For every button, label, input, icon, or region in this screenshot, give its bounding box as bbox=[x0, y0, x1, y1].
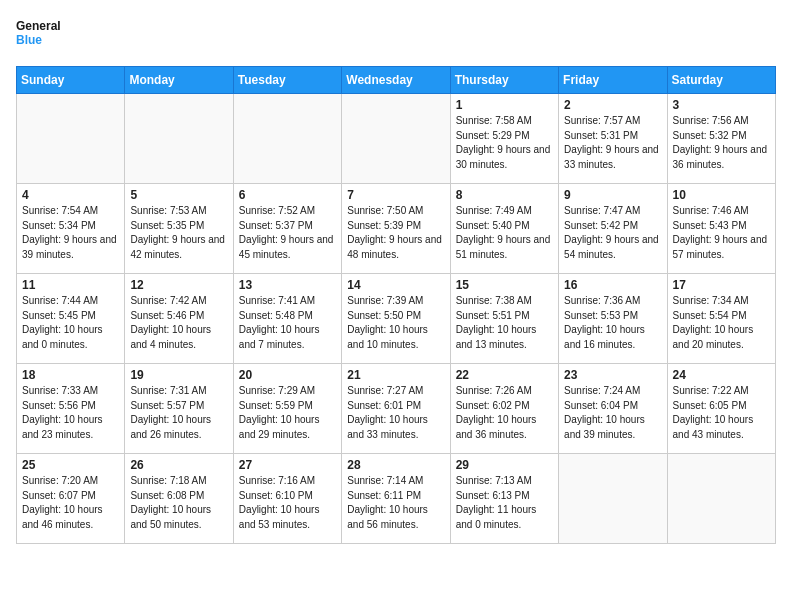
calendar-table: SundayMondayTuesdayWednesdayThursdayFrid… bbox=[16, 66, 776, 544]
day-number: 8 bbox=[456, 188, 553, 202]
day-info: Sunrise: 7:33 AMSunset: 5:56 PMDaylight:… bbox=[22, 384, 119, 442]
day-number: 6 bbox=[239, 188, 336, 202]
day-number: 5 bbox=[130, 188, 227, 202]
day-info: Sunrise: 7:36 AMSunset: 5:53 PMDaylight:… bbox=[564, 294, 661, 352]
day-info: Sunrise: 7:44 AMSunset: 5:45 PMDaylight:… bbox=[22, 294, 119, 352]
header-wednesday: Wednesday bbox=[342, 67, 450, 94]
calendar-cell: 1Sunrise: 7:58 AMSunset: 5:29 PMDaylight… bbox=[450, 94, 558, 184]
svg-marker-2 bbox=[60, 18, 66, 26]
calendar-cell: 10Sunrise: 7:46 AMSunset: 5:43 PMDayligh… bbox=[667, 184, 775, 274]
calendar-cell: 21Sunrise: 7:27 AMSunset: 6:01 PMDayligh… bbox=[342, 364, 450, 454]
calendar-cell: 7Sunrise: 7:50 AMSunset: 5:39 PMDaylight… bbox=[342, 184, 450, 274]
day-number: 18 bbox=[22, 368, 119, 382]
calendar-cell: 3Sunrise: 7:56 AMSunset: 5:32 PMDaylight… bbox=[667, 94, 775, 184]
day-number: 17 bbox=[673, 278, 770, 292]
calendar-cell: 29Sunrise: 7:13 AMSunset: 6:13 PMDayligh… bbox=[450, 454, 558, 544]
calendar-cell: 8Sunrise: 7:49 AMSunset: 5:40 PMDaylight… bbox=[450, 184, 558, 274]
calendar-cell bbox=[559, 454, 667, 544]
logo-svg: General Blue bbox=[16, 16, 66, 56]
page-header: General Blue bbox=[16, 16, 776, 56]
day-number: 13 bbox=[239, 278, 336, 292]
day-info: Sunrise: 7:41 AMSunset: 5:48 PMDaylight:… bbox=[239, 294, 336, 352]
day-number: 3 bbox=[673, 98, 770, 112]
day-number: 29 bbox=[456, 458, 553, 472]
calendar-cell: 17Sunrise: 7:34 AMSunset: 5:54 PMDayligh… bbox=[667, 274, 775, 364]
day-number: 22 bbox=[456, 368, 553, 382]
header-tuesday: Tuesday bbox=[233, 67, 341, 94]
day-number: 26 bbox=[130, 458, 227, 472]
day-number: 19 bbox=[130, 368, 227, 382]
day-number: 20 bbox=[239, 368, 336, 382]
day-info: Sunrise: 7:50 AMSunset: 5:39 PMDaylight:… bbox=[347, 204, 444, 262]
day-info: Sunrise: 7:31 AMSunset: 5:57 PMDaylight:… bbox=[130, 384, 227, 442]
day-info: Sunrise: 7:42 AMSunset: 5:46 PMDaylight:… bbox=[130, 294, 227, 352]
day-info: Sunrise: 7:26 AMSunset: 6:02 PMDaylight:… bbox=[456, 384, 553, 442]
day-info: Sunrise: 7:27 AMSunset: 6:01 PMDaylight:… bbox=[347, 384, 444, 442]
day-number: 25 bbox=[22, 458, 119, 472]
calendar-cell: 20Sunrise: 7:29 AMSunset: 5:59 PMDayligh… bbox=[233, 364, 341, 454]
calendar-cell: 16Sunrise: 7:36 AMSunset: 5:53 PMDayligh… bbox=[559, 274, 667, 364]
day-info: Sunrise: 7:13 AMSunset: 6:13 PMDaylight:… bbox=[456, 474, 553, 532]
calendar-cell: 24Sunrise: 7:22 AMSunset: 6:05 PMDayligh… bbox=[667, 364, 775, 454]
day-number: 28 bbox=[347, 458, 444, 472]
day-number: 9 bbox=[564, 188, 661, 202]
calendar-cell bbox=[233, 94, 341, 184]
calendar-cell: 18Sunrise: 7:33 AMSunset: 5:56 PMDayligh… bbox=[17, 364, 125, 454]
week-row-1: 1Sunrise: 7:58 AMSunset: 5:29 PMDaylight… bbox=[17, 94, 776, 184]
day-info: Sunrise: 7:16 AMSunset: 6:10 PMDaylight:… bbox=[239, 474, 336, 532]
calendar-cell: 28Sunrise: 7:14 AMSunset: 6:11 PMDayligh… bbox=[342, 454, 450, 544]
calendar-cell: 2Sunrise: 7:57 AMSunset: 5:31 PMDaylight… bbox=[559, 94, 667, 184]
day-info: Sunrise: 7:54 AMSunset: 5:34 PMDaylight:… bbox=[22, 204, 119, 262]
svg-text:Blue: Blue bbox=[16, 33, 42, 47]
day-number: 27 bbox=[239, 458, 336, 472]
day-number: 12 bbox=[130, 278, 227, 292]
day-info: Sunrise: 7:29 AMSunset: 5:59 PMDaylight:… bbox=[239, 384, 336, 442]
day-info: Sunrise: 7:38 AMSunset: 5:51 PMDaylight:… bbox=[456, 294, 553, 352]
day-info: Sunrise: 7:24 AMSunset: 6:04 PMDaylight:… bbox=[564, 384, 661, 442]
day-info: Sunrise: 7:39 AMSunset: 5:50 PMDaylight:… bbox=[347, 294, 444, 352]
day-info: Sunrise: 7:34 AMSunset: 5:54 PMDaylight:… bbox=[673, 294, 770, 352]
day-info: Sunrise: 7:58 AMSunset: 5:29 PMDaylight:… bbox=[456, 114, 553, 172]
day-number: 21 bbox=[347, 368, 444, 382]
day-number: 24 bbox=[673, 368, 770, 382]
day-info: Sunrise: 7:57 AMSunset: 5:31 PMDaylight:… bbox=[564, 114, 661, 172]
day-number: 23 bbox=[564, 368, 661, 382]
day-info: Sunrise: 7:52 AMSunset: 5:37 PMDaylight:… bbox=[239, 204, 336, 262]
day-number: 4 bbox=[22, 188, 119, 202]
week-row-2: 4Sunrise: 7:54 AMSunset: 5:34 PMDaylight… bbox=[17, 184, 776, 274]
calendar-cell: 27Sunrise: 7:16 AMSunset: 6:10 PMDayligh… bbox=[233, 454, 341, 544]
calendar-cell: 6Sunrise: 7:52 AMSunset: 5:37 PMDaylight… bbox=[233, 184, 341, 274]
calendar-cell: 25Sunrise: 7:20 AMSunset: 6:07 PMDayligh… bbox=[17, 454, 125, 544]
day-info: Sunrise: 7:46 AMSunset: 5:43 PMDaylight:… bbox=[673, 204, 770, 262]
calendar-cell: 11Sunrise: 7:44 AMSunset: 5:45 PMDayligh… bbox=[17, 274, 125, 364]
calendar-cell: 12Sunrise: 7:42 AMSunset: 5:46 PMDayligh… bbox=[125, 274, 233, 364]
day-number: 7 bbox=[347, 188, 444, 202]
header-sunday: Sunday bbox=[17, 67, 125, 94]
day-info: Sunrise: 7:14 AMSunset: 6:11 PMDaylight:… bbox=[347, 474, 444, 532]
logo: General Blue bbox=[16, 16, 66, 56]
day-number: 11 bbox=[22, 278, 119, 292]
day-info: Sunrise: 7:47 AMSunset: 5:42 PMDaylight:… bbox=[564, 204, 661, 262]
calendar-cell: 15Sunrise: 7:38 AMSunset: 5:51 PMDayligh… bbox=[450, 274, 558, 364]
day-info: Sunrise: 7:56 AMSunset: 5:32 PMDaylight:… bbox=[673, 114, 770, 172]
day-info: Sunrise: 7:20 AMSunset: 6:07 PMDaylight:… bbox=[22, 474, 119, 532]
calendar-cell bbox=[667, 454, 775, 544]
calendar-cell: 9Sunrise: 7:47 AMSunset: 5:42 PMDaylight… bbox=[559, 184, 667, 274]
day-number: 10 bbox=[673, 188, 770, 202]
calendar-cell: 23Sunrise: 7:24 AMSunset: 6:04 PMDayligh… bbox=[559, 364, 667, 454]
calendar-cell: 5Sunrise: 7:53 AMSunset: 5:35 PMDaylight… bbox=[125, 184, 233, 274]
calendar-cell: 4Sunrise: 7:54 AMSunset: 5:34 PMDaylight… bbox=[17, 184, 125, 274]
calendar-cell bbox=[17, 94, 125, 184]
calendar-cell bbox=[342, 94, 450, 184]
day-number: 15 bbox=[456, 278, 553, 292]
calendar-cell: 26Sunrise: 7:18 AMSunset: 6:08 PMDayligh… bbox=[125, 454, 233, 544]
svg-text:General: General bbox=[16, 19, 61, 33]
header-friday: Friday bbox=[559, 67, 667, 94]
calendar-cell: 19Sunrise: 7:31 AMSunset: 5:57 PMDayligh… bbox=[125, 364, 233, 454]
calendar-cell bbox=[125, 94, 233, 184]
calendar-header-row: SundayMondayTuesdayWednesdayThursdayFrid… bbox=[17, 67, 776, 94]
header-saturday: Saturday bbox=[667, 67, 775, 94]
day-number: 2 bbox=[564, 98, 661, 112]
day-info: Sunrise: 7:18 AMSunset: 6:08 PMDaylight:… bbox=[130, 474, 227, 532]
day-number: 14 bbox=[347, 278, 444, 292]
